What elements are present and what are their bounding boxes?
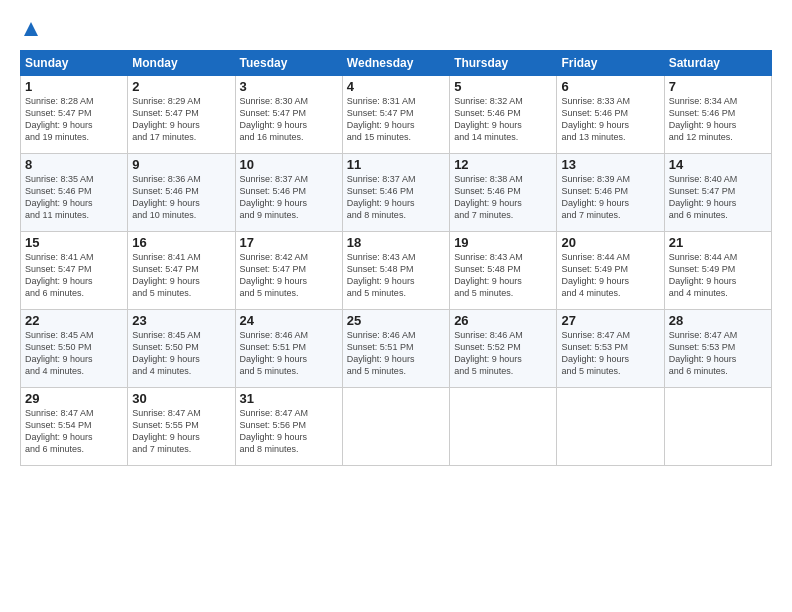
logo-icon	[22, 20, 40, 38]
day-cell	[342, 388, 449, 466]
day-info: Sunrise: 8:43 AM Sunset: 5:48 PM Dayligh…	[454, 251, 552, 300]
day-info: Sunrise: 8:37 AM Sunset: 5:46 PM Dayligh…	[240, 173, 338, 222]
day-info: Sunrise: 8:44 AM Sunset: 5:49 PM Dayligh…	[561, 251, 659, 300]
day-number: 23	[132, 313, 230, 328]
week-row-5: 29Sunrise: 8:47 AM Sunset: 5:54 PM Dayli…	[21, 388, 772, 466]
day-number: 13	[561, 157, 659, 172]
day-cell: 2Sunrise: 8:29 AM Sunset: 5:47 PM Daylig…	[128, 76, 235, 154]
day-cell: 1Sunrise: 8:28 AM Sunset: 5:47 PM Daylig…	[21, 76, 128, 154]
day-number: 31	[240, 391, 338, 406]
day-cell: 30Sunrise: 8:47 AM Sunset: 5:55 PM Dayli…	[128, 388, 235, 466]
calendar-header-row: SundayMondayTuesdayWednesdayThursdayFrid…	[21, 51, 772, 76]
day-info: Sunrise: 8:46 AM Sunset: 5:51 PM Dayligh…	[347, 329, 445, 378]
day-info: Sunrise: 8:44 AM Sunset: 5:49 PM Dayligh…	[669, 251, 767, 300]
day-number: 14	[669, 157, 767, 172]
day-cell: 25Sunrise: 8:46 AM Sunset: 5:51 PM Dayli…	[342, 310, 449, 388]
day-info: Sunrise: 8:33 AM Sunset: 5:46 PM Dayligh…	[561, 95, 659, 144]
day-cell: 8Sunrise: 8:35 AM Sunset: 5:46 PM Daylig…	[21, 154, 128, 232]
day-cell: 6Sunrise: 8:33 AM Sunset: 5:46 PM Daylig…	[557, 76, 664, 154]
col-header-thursday: Thursday	[450, 51, 557, 76]
day-cell	[450, 388, 557, 466]
day-number: 10	[240, 157, 338, 172]
day-number: 5	[454, 79, 552, 94]
day-cell: 17Sunrise: 8:42 AM Sunset: 5:47 PM Dayli…	[235, 232, 342, 310]
day-cell: 4Sunrise: 8:31 AM Sunset: 5:47 PM Daylig…	[342, 76, 449, 154]
day-cell: 20Sunrise: 8:44 AM Sunset: 5:49 PM Dayli…	[557, 232, 664, 310]
day-number: 26	[454, 313, 552, 328]
day-cell: 19Sunrise: 8:43 AM Sunset: 5:48 PM Dayli…	[450, 232, 557, 310]
col-header-tuesday: Tuesday	[235, 51, 342, 76]
day-cell: 9Sunrise: 8:36 AM Sunset: 5:46 PM Daylig…	[128, 154, 235, 232]
day-cell: 22Sunrise: 8:45 AM Sunset: 5:50 PM Dayli…	[21, 310, 128, 388]
day-number: 22	[25, 313, 123, 328]
day-cell: 11Sunrise: 8:37 AM Sunset: 5:46 PM Dayli…	[342, 154, 449, 232]
day-info: Sunrise: 8:46 AM Sunset: 5:52 PM Dayligh…	[454, 329, 552, 378]
day-cell: 10Sunrise: 8:37 AM Sunset: 5:46 PM Dayli…	[235, 154, 342, 232]
day-cell: 14Sunrise: 8:40 AM Sunset: 5:47 PM Dayli…	[664, 154, 771, 232]
week-row-4: 22Sunrise: 8:45 AM Sunset: 5:50 PM Dayli…	[21, 310, 772, 388]
day-cell: 12Sunrise: 8:38 AM Sunset: 5:46 PM Dayli…	[450, 154, 557, 232]
day-number: 25	[347, 313, 445, 328]
day-cell: 5Sunrise: 8:32 AM Sunset: 5:46 PM Daylig…	[450, 76, 557, 154]
day-number: 16	[132, 235, 230, 250]
day-cell: 15Sunrise: 8:41 AM Sunset: 5:47 PM Dayli…	[21, 232, 128, 310]
day-info: Sunrise: 8:38 AM Sunset: 5:46 PM Dayligh…	[454, 173, 552, 222]
day-number: 15	[25, 235, 123, 250]
day-number: 6	[561, 79, 659, 94]
day-number: 7	[669, 79, 767, 94]
day-cell: 27Sunrise: 8:47 AM Sunset: 5:53 PM Dayli…	[557, 310, 664, 388]
day-info: Sunrise: 8:43 AM Sunset: 5:48 PM Dayligh…	[347, 251, 445, 300]
day-number: 27	[561, 313, 659, 328]
day-info: Sunrise: 8:47 AM Sunset: 5:53 PM Dayligh…	[669, 329, 767, 378]
day-info: Sunrise: 8:36 AM Sunset: 5:46 PM Dayligh…	[132, 173, 230, 222]
page: SundayMondayTuesdayWednesdayThursdayFrid…	[0, 0, 792, 476]
day-number: 29	[25, 391, 123, 406]
week-row-1: 1Sunrise: 8:28 AM Sunset: 5:47 PM Daylig…	[21, 76, 772, 154]
day-number: 8	[25, 157, 123, 172]
col-header-friday: Friday	[557, 51, 664, 76]
col-header-wednesday: Wednesday	[342, 51, 449, 76]
day-info: Sunrise: 8:47 AM Sunset: 5:53 PM Dayligh…	[561, 329, 659, 378]
logo	[20, 20, 40, 42]
day-number: 1	[25, 79, 123, 94]
day-cell: 26Sunrise: 8:46 AM Sunset: 5:52 PM Dayli…	[450, 310, 557, 388]
day-number: 4	[347, 79, 445, 94]
day-cell: 29Sunrise: 8:47 AM Sunset: 5:54 PM Dayli…	[21, 388, 128, 466]
day-info: Sunrise: 8:32 AM Sunset: 5:46 PM Dayligh…	[454, 95, 552, 144]
day-number: 2	[132, 79, 230, 94]
day-info: Sunrise: 8:46 AM Sunset: 5:51 PM Dayligh…	[240, 329, 338, 378]
day-info: Sunrise: 8:45 AM Sunset: 5:50 PM Dayligh…	[25, 329, 123, 378]
svg-marker-0	[24, 22, 38, 36]
day-cell: 13Sunrise: 8:39 AM Sunset: 5:46 PM Dayli…	[557, 154, 664, 232]
day-number: 30	[132, 391, 230, 406]
col-header-sunday: Sunday	[21, 51, 128, 76]
day-cell: 23Sunrise: 8:45 AM Sunset: 5:50 PM Dayli…	[128, 310, 235, 388]
day-number: 28	[669, 313, 767, 328]
day-number: 21	[669, 235, 767, 250]
col-header-monday: Monday	[128, 51, 235, 76]
day-info: Sunrise: 8:45 AM Sunset: 5:50 PM Dayligh…	[132, 329, 230, 378]
day-number: 19	[454, 235, 552, 250]
day-cell: 3Sunrise: 8:30 AM Sunset: 5:47 PM Daylig…	[235, 76, 342, 154]
day-info: Sunrise: 8:47 AM Sunset: 5:54 PM Dayligh…	[25, 407, 123, 456]
day-info: Sunrise: 8:31 AM Sunset: 5:47 PM Dayligh…	[347, 95, 445, 144]
day-number: 3	[240, 79, 338, 94]
day-number: 20	[561, 235, 659, 250]
week-row-3: 15Sunrise: 8:41 AM Sunset: 5:47 PM Dayli…	[21, 232, 772, 310]
day-info: Sunrise: 8:40 AM Sunset: 5:47 PM Dayligh…	[669, 173, 767, 222]
day-cell: 21Sunrise: 8:44 AM Sunset: 5:49 PM Dayli…	[664, 232, 771, 310]
day-info: Sunrise: 8:37 AM Sunset: 5:46 PM Dayligh…	[347, 173, 445, 222]
day-number: 17	[240, 235, 338, 250]
day-cell: 7Sunrise: 8:34 AM Sunset: 5:46 PM Daylig…	[664, 76, 771, 154]
day-info: Sunrise: 8:47 AM Sunset: 5:56 PM Dayligh…	[240, 407, 338, 456]
day-cell: 24Sunrise: 8:46 AM Sunset: 5:51 PM Dayli…	[235, 310, 342, 388]
day-info: Sunrise: 8:30 AM Sunset: 5:47 PM Dayligh…	[240, 95, 338, 144]
day-cell: 31Sunrise: 8:47 AM Sunset: 5:56 PM Dayli…	[235, 388, 342, 466]
day-info: Sunrise: 8:39 AM Sunset: 5:46 PM Dayligh…	[561, 173, 659, 222]
day-number: 12	[454, 157, 552, 172]
week-row-2: 8Sunrise: 8:35 AM Sunset: 5:46 PM Daylig…	[21, 154, 772, 232]
day-cell: 18Sunrise: 8:43 AM Sunset: 5:48 PM Dayli…	[342, 232, 449, 310]
day-info: Sunrise: 8:41 AM Sunset: 5:47 PM Dayligh…	[25, 251, 123, 300]
day-cell: 28Sunrise: 8:47 AM Sunset: 5:53 PM Dayli…	[664, 310, 771, 388]
col-header-saturday: Saturday	[664, 51, 771, 76]
